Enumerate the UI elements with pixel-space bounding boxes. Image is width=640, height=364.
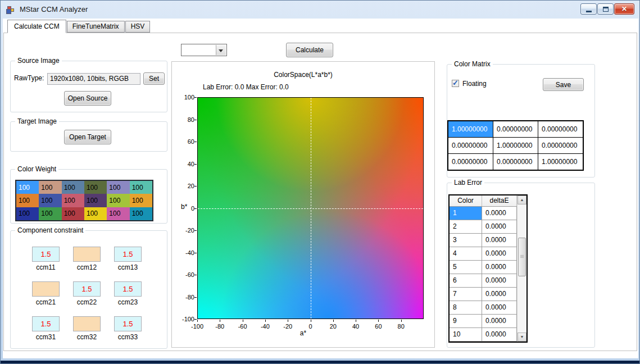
color-weight-cell[interactable]: 100 bbox=[39, 194, 61, 207]
lab-error-deltae-cell[interactable]: 0.0000 bbox=[482, 261, 517, 274]
ccm-constraint-field[interactable]: 1.5 bbox=[32, 316, 60, 331]
maximize-button[interactable] bbox=[597, 3, 614, 15]
lab-error-color-cell[interactable]: 7 bbox=[450, 288, 482, 301]
lab-error-deltae-cell[interactable]: 0.0000 bbox=[482, 328, 517, 342]
lab-error-group-label: Lab Error bbox=[452, 179, 484, 186]
color-weight-cell[interactable]: 100 bbox=[62, 181, 84, 194]
lab-error-header-deltae[interactable]: deltaE bbox=[482, 195, 517, 206]
tab[interactable]: FineTuneMatrix bbox=[67, 21, 125, 33]
y-tick-mark bbox=[194, 275, 197, 275]
maximize-icon bbox=[603, 7, 609, 12]
ccm-constraint-field[interactable]: 1.5 bbox=[114, 316, 142, 331]
lab-error-color-cell[interactable]: 8 bbox=[450, 301, 482, 315]
open-target-button[interactable]: Open Target bbox=[64, 130, 111, 144]
scrollbar-grip bbox=[520, 255, 524, 258]
tab-label: FineTuneMatrix bbox=[72, 22, 119, 30]
open-source-button[interactable]: Open Source bbox=[64, 91, 111, 106]
y-tick-label: -100 bbox=[173, 316, 194, 322]
color-matrix-cell[interactable]: 1.00000000 bbox=[448, 121, 493, 137]
color-weight-cell[interactable]: 100 bbox=[84, 207, 107, 220]
color-matrix-cell[interactable]: 1.00000000 bbox=[538, 154, 583, 170]
color-matrix-group-label: Color Matrix bbox=[452, 60, 493, 68]
color-matrix-cell[interactable]: 0.00000000 bbox=[448, 138, 493, 153]
color-weight-group-label: Color Weight bbox=[15, 165, 58, 173]
lab-error-color-cell[interactable]: 1 bbox=[450, 207, 482, 220]
color-matrix-group: Color Matrix ✓ Floating Save 1.00000000 … bbox=[447, 64, 595, 178]
ccm-constraint-field[interactable] bbox=[73, 247, 101, 262]
save-button[interactable]: Save bbox=[543, 78, 584, 91]
ccm-constraint-field[interactable]: 1.5 bbox=[32, 247, 60, 262]
lab-error-color-cell[interactable]: 9 bbox=[450, 315, 482, 328]
color-weight-cell[interactable]: 100 bbox=[84, 181, 107, 194]
color-weight-cell[interactable]: 100 bbox=[107, 181, 129, 194]
scrollbar-track[interactable] bbox=[518, 204, 526, 333]
scroll-down-icon[interactable]: ▼ bbox=[518, 333, 526, 342]
ccm-constraint-grid: 1.5 ccm11 ccm12 1.5 ccm13 bbox=[25, 247, 148, 342]
tab[interactable]: Calculate CCM bbox=[7, 20, 66, 33]
scrollbar-thumb[interactable] bbox=[518, 238, 526, 276]
color-matrix-cell[interactable]: 0.00000000 bbox=[448, 154, 493, 170]
lab-error-header-color[interactable]: Color bbox=[450, 195, 482, 206]
y-tick-label: 20 bbox=[173, 183, 194, 189]
floating-checkbox[interactable]: ✓ bbox=[452, 80, 459, 87]
color-weight-cell[interactable]: 100 bbox=[107, 194, 129, 207]
lab-error-deltae-cell[interactable]: 0.0000 bbox=[482, 301, 517, 315]
lab-error-color-cell[interactable]: 6 bbox=[450, 274, 482, 288]
lab-error-color-cell[interactable]: 10 bbox=[450, 328, 482, 342]
preset-combobox[interactable] bbox=[181, 44, 227, 56]
ccm-constraint-field[interactable]: 1.5 bbox=[114, 247, 142, 262]
ccm-constraint-field[interactable]: 1.5 bbox=[114, 281, 142, 297]
y-tick-label: -40 bbox=[173, 249, 194, 256]
rawtype-field[interactable]: 1920x1080, 10bits, RGGB bbox=[47, 73, 140, 85]
color-matrix-cell[interactable]: 0.00000000 bbox=[538, 121, 583, 137]
ccm-constraint-cell: ccm21 bbox=[25, 281, 66, 307]
lab-error-color-cell[interactable]: 3 bbox=[450, 234, 482, 247]
color-weight-cell[interactable]: 100 bbox=[107, 207, 129, 220]
lab-error-deltae-cell[interactable]: 0.0000 bbox=[482, 220, 517, 234]
set-button[interactable]: Set bbox=[143, 72, 165, 85]
scroll-up-icon[interactable]: ▲ bbox=[518, 195, 526, 204]
x-tick-mark bbox=[378, 320, 379, 322]
lab-error-color-cell[interactable]: 5 bbox=[450, 261, 482, 274]
color-matrix-cell[interactable]: 0.00000000 bbox=[538, 138, 583, 153]
color-weight-cell[interactable]: 100 bbox=[62, 194, 84, 207]
y-tick-mark bbox=[194, 186, 197, 186]
minimize-button[interactable] bbox=[580, 3, 597, 15]
app-icon bbox=[6, 5, 15, 14]
ccm-constraint-cell: 1.5 ccm31 bbox=[25, 316, 66, 342]
ccm-constraint-field[interactable] bbox=[32, 281, 60, 297]
lab-error-deltae-cell[interactable]: 0.0000 bbox=[482, 247, 517, 261]
lab-error-deltae-cell[interactable]: 0.0000 bbox=[482, 288, 517, 301]
close-button[interactable]: ✕ bbox=[614, 3, 634, 15]
color-weight-cell[interactable]: 100 bbox=[130, 181, 152, 194]
lab-error-color-cell[interactable]: 2 bbox=[450, 220, 482, 234]
color-weight-cell[interactable]: 100 bbox=[16, 194, 39, 207]
color-weight-cell[interactable]: 100 bbox=[16, 181, 39, 194]
color-weight-cell[interactable]: 100 bbox=[84, 194, 107, 207]
lab-error-deltae-cell[interactable]: 0.0000 bbox=[482, 207, 517, 220]
color-weight-cell[interactable]: 100 bbox=[39, 207, 61, 220]
ccm-constraint-field[interactable]: 1.5 bbox=[73, 281, 101, 297]
calculate-button[interactable]: Calculate bbox=[286, 43, 333, 57]
tab[interactable]: HSV bbox=[125, 21, 151, 33]
lab-error-scrollbar[interactable]: ▲ ▼ bbox=[517, 195, 526, 342]
y-tick-label: 80 bbox=[173, 116, 194, 123]
lab-error-body: 1 0.0000 2 0.0000 3 0.0000 bbox=[450, 207, 526, 342]
color-weight-cell[interactable]: 100 bbox=[16, 207, 39, 220]
color-matrix-cell[interactable]: 1.00000000 bbox=[493, 138, 538, 153]
color-weight-cell[interactable]: 100 bbox=[130, 194, 152, 207]
floating-checkbox-label: Floating bbox=[462, 80, 487, 88]
ccm-constraint-field[interactable] bbox=[73, 316, 101, 331]
ccm-constraint-label: ccm22 bbox=[66, 298, 107, 306]
lab-error-color-cell[interactable]: 4 bbox=[450, 247, 482, 261]
color-weight-cell[interactable]: 100 bbox=[130, 207, 152, 220]
lab-error-deltae-cell[interactable]: 0.0000 bbox=[482, 315, 517, 328]
color-weight-cell[interactable]: 100 bbox=[62, 207, 84, 220]
color-matrix-cell[interactable]: 0.00000000 bbox=[493, 121, 538, 137]
color-weight-cell[interactable]: 100 bbox=[39, 181, 61, 194]
lab-error-deltae-cell[interactable]: 0.0000 bbox=[482, 274, 517, 288]
color-matrix-cell[interactable]: 0.00000000 bbox=[493, 154, 538, 170]
lab-error-deltae-cell[interactable]: 0.0000 bbox=[482, 234, 517, 247]
x-tick-mark bbox=[333, 320, 334, 322]
x-tick-mark bbox=[311, 320, 311, 322]
